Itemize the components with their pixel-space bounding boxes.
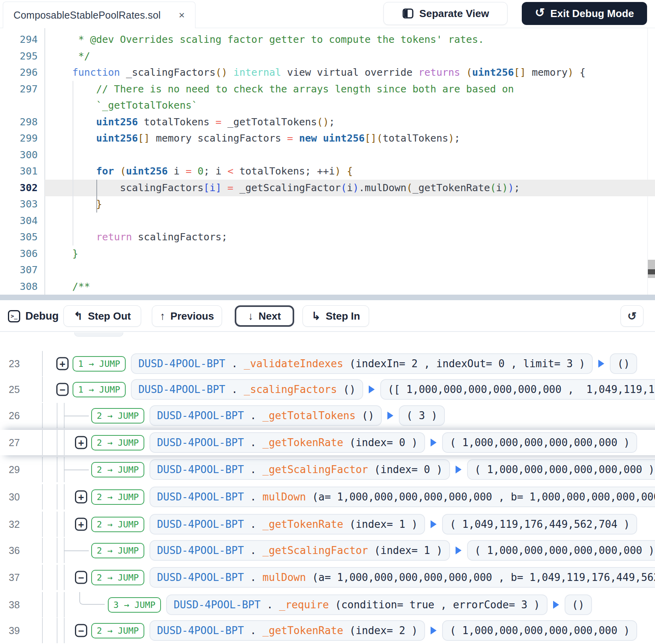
function-name: _getTokenRate: [262, 518, 343, 530]
tree-branch-connector: [64, 416, 89, 416]
call-pill[interactable]: DUSD-4POOL-BPT . mulDown (a= 1,000,000,0…: [149, 567, 655, 588]
code-token: * @dev Overrides scaling factor getter t…: [48, 34, 484, 45]
call-pill[interactable]: DUSD-4POOL-BPT . _require (condition= tr…: [166, 594, 548, 615]
code-token: <: [228, 165, 234, 177]
code-line: `_getTotalTokens`: [48, 97, 197, 114]
trace-row[interactable]: 27+2 → JUMPDUSD-4POOL-BPT . _getTokenRat…: [0, 430, 655, 455]
trace-step-number: 38: [0, 599, 23, 611]
code-token: _getScalingFactor: [234, 182, 341, 194]
step-in-button[interactable]: ↳ Step In: [303, 305, 369, 327]
code-token: ): [353, 182, 359, 194]
jump-badge[interactable]: 1 → JUMP: [73, 356, 126, 372]
expand-icon[interactable]: +: [56, 357, 69, 370]
code-token: for: [96, 165, 114, 177]
function-name: mulDown: [262, 491, 306, 503]
code-token: [460, 67, 466, 78]
trace-row[interactable]: 383 → JUMPDUSD-4POOL-BPT . _require (con…: [0, 592, 655, 617]
expand-icon[interactable]: +: [75, 518, 87, 531]
result-pill[interactable]: ( 1,000,000,000,000,000,000 ): [467, 459, 655, 480]
code-token: ): [335, 165, 341, 177]
code-token: ): [502, 182, 508, 194]
trace-row[interactable]: 32+2 → JUMPDUSD-4POOL-BPT . _getTokenRat…: [0, 512, 655, 537]
expand-icon[interactable]: +: [75, 491, 87, 504]
call-pill[interactable]: DUSD-4POOL-BPT . _getTokenRate (index= 1…: [149, 514, 425, 535]
result-pill[interactable]: (): [565, 594, 592, 615]
line-number: 303: [0, 196, 38, 213]
trace-row[interactable]: 362 → JUMPDUSD-4POOL-BPT . _getScalingFa…: [0, 538, 655, 563]
jump-badge[interactable]: 2 → JUMP: [91, 462, 144, 477]
result-pill[interactable]: ( 3 ): [399, 405, 445, 426]
call-pill[interactable]: DUSD-4POOL-BPT . _validateIndexes (index…: [131, 353, 593, 374]
jump-badge[interactable]: 2 → JUMP: [91, 517, 144, 532]
call-pill[interactable]: DUSD-4POOL-BPT . _scalingFactors (): [131, 379, 363, 400]
jump-badge[interactable]: 3 → JUMP: [108, 597, 161, 613]
trace-row[interactable]: 39−2 → JUMPDUSD-4POOL-BPT . _getTokenRat…: [0, 618, 655, 643]
trace-tree-gutter: +: [23, 512, 91, 537]
separate-view-button[interactable]: Separate View: [383, 2, 508, 25]
result-pill[interactable]: (): [610, 353, 637, 374]
call-arguments: (index= 2 ): [343, 625, 418, 636]
tree-guide: [42, 538, 43, 563]
code-token: */: [48, 50, 90, 62]
code-token: [48, 248, 72, 259]
trace-tree-gutter: [23, 592, 108, 617]
jump-badge[interactable]: 2 → JUMP: [91, 570, 144, 585]
next-button[interactable]: ↓ Next: [235, 305, 294, 327]
split-view-icon: [402, 8, 414, 19]
dot-separator: .: [225, 383, 244, 395]
panel-divider[interactable]: [0, 295, 655, 300]
trace-row[interactable]: 25−1 → JUMPDUSD-4POOL-BPT . _scalingFact…: [0, 377, 655, 402]
reset-debug-button[interactable]: ↺: [621, 305, 644, 327]
code-token: 0: [197, 165, 203, 177]
call-pill[interactable]: DUSD-4POOL-BPT . _getTokenRate (index= 2…: [149, 620, 425, 641]
collapse-icon[interactable]: −: [75, 571, 87, 584]
trace-row[interactable]: 262 → JUMPDUSD-4POOL-BPT . _getTotalToke…: [0, 403, 655, 428]
returns-arrow-icon: [387, 412, 393, 420]
jump-badge[interactable]: 2 → JUMP: [91, 408, 144, 424]
code-token: /**: [72, 281, 90, 292]
call-arguments: (a= 1,000,000,000,000,000,000 , b= 1,000…: [306, 491, 655, 503]
trace-tree-gutter: +: [23, 484, 91, 510]
trace-row[interactable]: 292 → JUMPDUSD-4POOL-BPT . _getScalingFa…: [0, 457, 655, 482]
trace-row[interactable]: 23+1 → JUMPDUSD-4POOL-BPT . _validateInd…: [0, 351, 655, 376]
jump-badge[interactable]: 2 → JUMP: [91, 489, 144, 505]
file-tab-title: ComposableStablePoolRates.sol: [13, 10, 161, 21]
call-pill[interactable]: DUSD-4POOL-BPT . _getScalingFactor (inde…: [149, 459, 450, 480]
tree-guide: [57, 484, 57, 510]
vertical-scrollbar-thumb[interactable]: [648, 269, 655, 274]
result-pill[interactable]: ( 1,000,000,000,000,000,000 ): [442, 620, 637, 641]
jump-badge[interactable]: 2 → JUMP: [91, 435, 144, 450]
file-tab[interactable]: ComposableStablePoolRates.sol ×: [3, 2, 195, 28]
result-pill[interactable]: ( 1,000,000,000,000,000,000 ): [442, 432, 637, 453]
call-pill[interactable]: DUSD-4POOL-BPT . _getTokenRate (index= 0…: [149, 432, 425, 453]
call-pill[interactable]: DUSD-4POOL-BPT . _getScalingFactor (inde…: [149, 540, 450, 561]
code-token: []: [138, 132, 150, 144]
previous-button[interactable]: ↑ Previous: [152, 305, 222, 327]
call-arguments: (): [337, 383, 356, 395]
dot-separator: .: [244, 410, 262, 422]
jump-badge[interactable]: 1 → JUMP: [73, 382, 126, 397]
expand-icon[interactable]: +: [75, 436, 87, 449]
result-pill[interactable]: ( 1,000,000,000,000,000,000 ): [467, 540, 655, 561]
call-pill[interactable]: DUSD-4POOL-BPT . _getTotalTokens (): [149, 405, 382, 426]
jump-badge[interactable]: 2 → JUMP: [91, 623, 144, 638]
close-tab-icon[interactable]: ×: [179, 10, 185, 20]
jump-badge[interactable]: 2 → JUMP: [91, 543, 144, 558]
trace-row[interactable]: 37−2 → JUMPDUSD-4POOL-BPT . mulDown (a= …: [0, 565, 655, 590]
vertical-scrollbar-track[interactable]: [648, 260, 655, 278]
step-out-button[interactable]: ↰ Step Out: [63, 305, 141, 327]
contract-name: DUSD-4POOL-BPT: [138, 358, 225, 370]
collapse-icon[interactable]: −: [75, 624, 87, 637]
dot-separator: .: [244, 464, 262, 475]
result-pill[interactable]: ( 1,049,119,176,449,562,704 ): [442, 514, 637, 535]
trace-row[interactable]: 30+2 → JUMPDUSD-4POOL-BPT . mulDown (a= …: [0, 484, 655, 510]
line-number: 299: [0, 130, 38, 147]
exit-debug-mode-button[interactable]: ↺ Exit Debug Mode: [522, 2, 647, 25]
step-in-icon: ↳: [312, 310, 321, 322]
code-token: totalTokens; ++i: [234, 165, 335, 177]
result-pill[interactable]: ([ 1,000,000,000,000,000,000 , 1,049,119…: [380, 379, 655, 400]
collapse-icon[interactable]: −: [56, 383, 69, 396]
contract-name: DUSD-4POOL-BPT: [157, 625, 244, 636]
call-pill[interactable]: DUSD-4POOL-BPT . mulDown (a= 1,000,000,0…: [149, 487, 655, 507]
undo-icon: ↺: [535, 7, 545, 19]
